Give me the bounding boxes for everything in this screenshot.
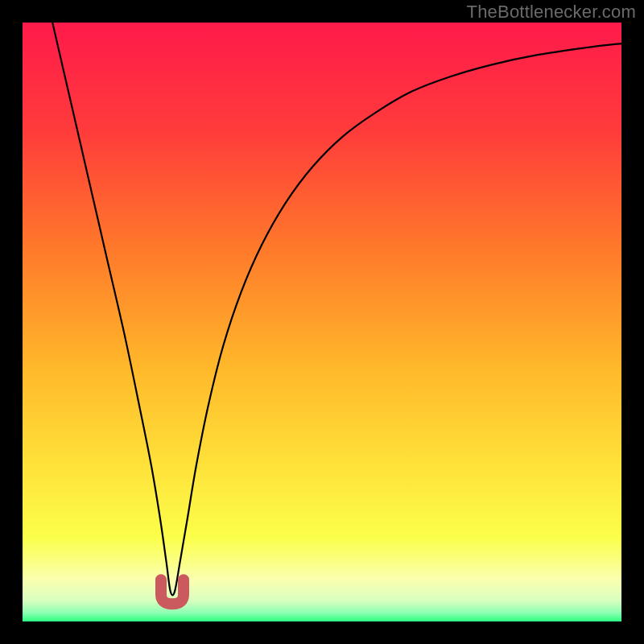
watermark-text: TheBottlenecker.com	[467, 2, 636, 23]
chart-container: TheBottlenecker.com	[0, 0, 644, 644]
plot-frame	[23, 23, 621, 621]
gradient-background	[23, 23, 621, 621]
bottleneck-chart	[23, 23, 621, 621]
